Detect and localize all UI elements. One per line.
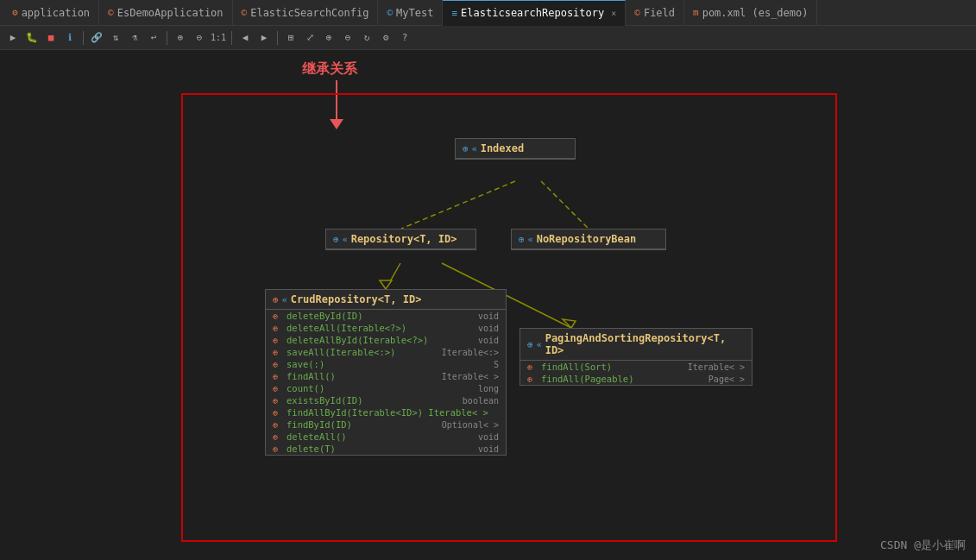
- box-indexed: ⊕ « Indexed: [455, 138, 576, 160]
- method-return-4: Iterable<:>: [442, 348, 499, 357]
- diagram-container: ⊕ « Indexed ⊕ « Repository<T, ID> ⊕ « No…: [181, 93, 837, 542]
- toolbar-left[interactable]: ◀: [237, 30, 253, 46]
- tab-field[interactable]: © Field: [626, 0, 684, 26]
- box-norepository: ⊕ « NoRepositoryBean: [511, 229, 666, 250]
- main-area: 继承关系 ⊕ « Indexed: [0, 50, 976, 560]
- toolbar-angle[interactable]: ↩: [146, 30, 161, 46]
- tab-icon-esrepo: ≡: [451, 8, 457, 19]
- tab-mytest[interactable]: © MyTest: [378, 0, 443, 26]
- paging-stereotype: «: [537, 340, 542, 349]
- tab-icon-pomxml: m: [693, 7, 699, 18]
- box-repository: ⊕ « Repository<T, ID>: [325, 229, 476, 250]
- inheritance-label: 继承关系: [302, 60, 357, 79]
- method-findbyid: ⊕ findById(ID) Optional< >: [266, 418, 506, 431]
- method-icon-4: ⊕: [273, 348, 283, 357]
- toolbar-info[interactable]: ℹ: [62, 30, 78, 46]
- paging-method-findallpageable: ⊕ findAll(Pageable) Page< >: [520, 373, 752, 385]
- method-name-1: deleteById(ID): [287, 311, 475, 321]
- method-findallbyid: ⊕ findAllById(Iterable<ID>) Iterable< >: [266, 406, 506, 418]
- method-existsbyid: ⊕ existsById(ID) boolean: [266, 394, 506, 406]
- method-deleteall: ⊕ deleteAll() void: [266, 431, 506, 443]
- toolbar-refresh[interactable]: ↻: [359, 30, 375, 46]
- toolbar-filter[interactable]: ⚗: [127, 30, 142, 46]
- tab-label-field: Field: [644, 7, 675, 19]
- toolbar-remove[interactable]: ⊖: [192, 30, 207, 46]
- method-icon-1: ⊕: [273, 311, 283, 321]
- watermark: CSDN @是小崔啊: [880, 538, 966, 553]
- toolbar-sep-2: [167, 31, 167, 45]
- method-name-9: findAllById(Iterable<ID>) Iterable< >: [287, 407, 495, 418]
- method-return-5: S: [494, 360, 499, 369]
- tab-close-esrepo[interactable]: ×: [611, 9, 616, 18]
- toolbar-grid[interactable]: ⊞: [283, 30, 299, 46]
- tab-icon-esdemo: ©: [108, 7, 114, 18]
- method-icon-3: ⊕: [273, 336, 283, 345]
- toolbar-sort[interactable]: ⇅: [108, 30, 123, 46]
- toolbar-help[interactable]: ?: [397, 30, 412, 46]
- repository-header: ⊕ « Repository<T, ID>: [326, 230, 475, 249]
- tab-bar: ⚙ application © EsDemoApplication © Elas…: [0, 0, 976, 26]
- svg-marker-3: [380, 280, 392, 289]
- method-name-10: findById(ID): [287, 419, 438, 430]
- method-icon-10: ⊕: [273, 420, 283, 430]
- method-return-1: void: [478, 311, 499, 321]
- toolbar: ▶ 🐛 ■ ℹ 🔗 ⇅ ⚗ ↩ ⊕ ⊖ 1:1 ◀ ▶ ⊞ ⤢ ⊕ ⊖ ↻ ⚙ …: [0, 26, 976, 50]
- method-name-6: findAll(): [287, 371, 438, 381]
- method-icon-9: ⊕: [273, 408, 283, 418]
- method-findall: ⊕ findAll() Iterable< >: [266, 370, 506, 382]
- method-icon-8: ⊕: [273, 396, 283, 406]
- repository-name: Repository<T, ID>: [351, 233, 457, 245]
- method-return-6: Iterable< >: [442, 372, 499, 381]
- method-name-12: delete(T): [287, 444, 475, 454]
- indexed-type-icon: ⊕: [463, 143, 469, 154]
- toolbar-sep-1: [83, 31, 84, 45]
- toolbar-add[interactable]: ⊕: [173, 30, 188, 46]
- toolbar-run[interactable]: ▶: [5, 30, 21, 46]
- toolbar-settings[interactable]: ⚙: [378, 30, 394, 46]
- method-icon-2: ⊕: [273, 324, 283, 333]
- indexed-name: Indexed: [481, 142, 525, 154]
- method-name-4: saveAll(Iterable<:>): [287, 347, 438, 357]
- crud-type-icon: ⊕: [273, 294, 279, 305]
- toolbar-stop[interactable]: ■: [43, 30, 59, 46]
- tab-application[interactable]: ⚙ application: [3, 0, 99, 26]
- toolbar-right[interactable]: ▶: [256, 30, 272, 46]
- paging-method-name-1: findAll(Sort): [541, 362, 684, 372]
- svg-line-2: [386, 263, 400, 289]
- toolbar-zoom-in[interactable]: ⊕: [321, 30, 337, 46]
- indexed-stereotype: «: [472, 144, 477, 154]
- tab-esdemo[interactable]: © EsDemoApplication: [99, 0, 232, 26]
- svg-line-1: [541, 181, 589, 229]
- method-icon-11: ⊕: [273, 432, 283, 442]
- paging-method-icon-2: ⊕: [527, 374, 538, 384]
- toolbar-expand[interactable]: ⤢: [302, 30, 318, 46]
- paging-method-findallsort: ⊕ findAll(Sort) Iterable< >: [520, 361, 752, 373]
- paging-name: PagingAndSortingRepository<T, ID>: [545, 332, 745, 356]
- method-icon-7: ⊕: [273, 384, 283, 393]
- method-deleteallbyid: ⊕ deleteAllById(Iterable<?>) void: [266, 334, 506, 346]
- method-name-11: deleteAll(): [287, 431, 475, 442]
- method-return-2: void: [478, 324, 499, 333]
- method-icon-6: ⊕: [273, 372, 283, 381]
- tab-pomxml[interactable]: m pom.xml (es_demo): [684, 0, 817, 26]
- tab-icon-esconfig: ©: [242, 7, 248, 18]
- tab-esconfig[interactable]: © ElasticSearchConfig: [233, 0, 379, 26]
- repository-stereotype: «: [343, 235, 348, 244]
- method-return-7: long: [478, 384, 499, 393]
- method-return-3: void: [478, 336, 499, 345]
- toolbar-zoom-out[interactable]: ⊖: [340, 30, 356, 46]
- paging-method-return-1: Iterable< >: [688, 362, 745, 372]
- paging-header: ⊕ « PagingAndSortingRepository<T, ID>: [520, 329, 752, 361]
- method-deletebyid: ⊕ deleteById(ID) void: [266, 310, 506, 322]
- tab-esrepo[interactable]: ≡ ElasticsearchRepository ×: [443, 0, 626, 26]
- toolbar-ratio[interactable]: 1:1: [211, 30, 226, 46]
- toolbar-debug[interactable]: 🐛: [24, 30, 40, 46]
- method-name-2: deleteAll(Iterable<?>): [287, 323, 475, 333]
- norepository-name: NoRepositoryBean: [537, 233, 637, 245]
- tab-icon-field: ©: [634, 7, 640, 18]
- paging-method-icon-1: ⊕: [527, 362, 538, 372]
- toolbar-link[interactable]: 🔗: [89, 30, 104, 46]
- method-delete: ⊕ delete(T) void: [266, 443, 506, 455]
- method-name-5: save(:): [287, 359, 490, 369]
- method-save: ⊕ save(:) S: [266, 358, 506, 370]
